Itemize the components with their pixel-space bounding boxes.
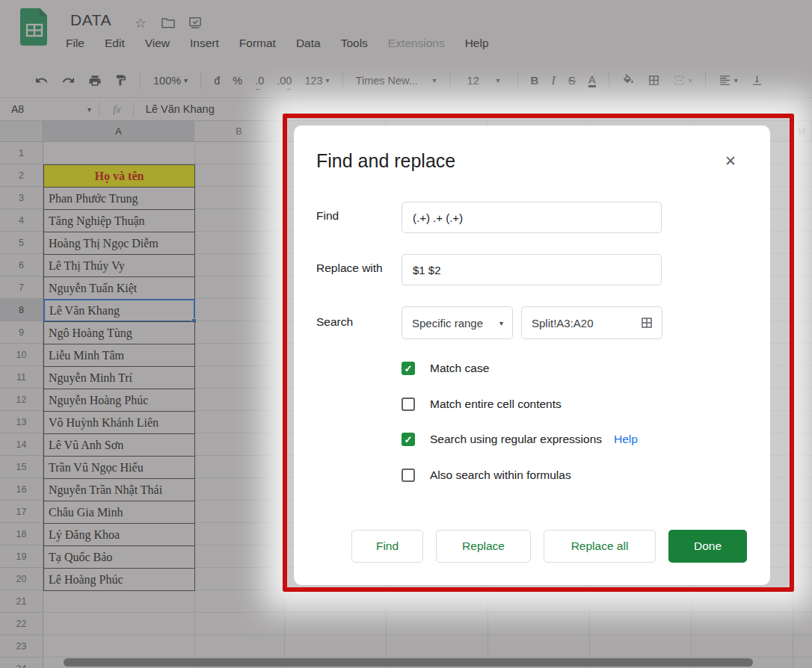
find-replace-dialog: Find and replace ✕ Find Replace with Sea… [294,126,770,585]
search-range-value: Split!A3:A20 [532,317,594,330]
find-label: Find [316,209,339,223]
select-range-icon[interactable] [640,316,653,330]
checkbox-row: Match entire cell contents [402,397,562,412]
checkbox-label: Match case [430,362,489,375]
unchecked-checkbox[interactable] [402,468,415,482]
search-scope-dropdown[interactable]: Specific range ▾ [402,306,513,339]
done-button[interactable]: Done [668,530,747,563]
checkbox-label: Also search within formulas [430,468,571,482]
checked-checkbox[interactable]: ✓ [402,433,415,446]
checkbox-row: ✓Match case [402,361,489,376]
checkbox-label: Match entire cell contents [430,398,562,411]
chevron-down-icon: ▾ [499,319,503,327]
find-button[interactable]: Find [351,530,423,563]
search-scope-value: Specific range [412,317,483,330]
replace-input[interactable] [402,254,662,285]
replace-with-label: Replace with [316,262,383,275]
checkbox-label: Search using regular expressions [430,433,602,446]
replace-all-button[interactable]: Replace all [544,530,656,563]
close-icon[interactable]: ✕ [725,152,736,170]
replace-button[interactable]: Replace [436,530,531,563]
checked-checkbox[interactable]: ✓ [402,362,415,375]
find-input[interactable] [402,202,662,233]
checkbox-row: Also search within formulas [402,468,571,483]
unchecked-checkbox[interactable] [402,398,415,411]
search-label: Search [316,315,353,329]
help-link[interactable]: Help [614,433,638,446]
search-range-field[interactable]: Split!A3:A20 [521,306,662,339]
checkbox-row: ✓Search using regular expressionsHelp [402,432,638,447]
dialog-title: Find and replace [316,150,455,172]
